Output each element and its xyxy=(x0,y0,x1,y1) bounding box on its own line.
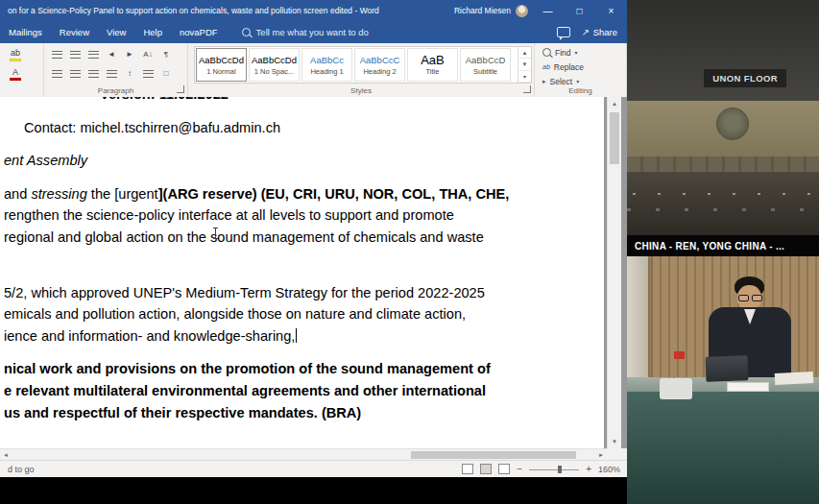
show-paragraph-marks-button[interactable]: ¶ xyxy=(157,46,175,62)
style-preview: AaBbCcDd xyxy=(252,54,297,66)
vertical-scroll-thumb[interactable] xyxy=(610,112,619,164)
styles-dialog-launcher[interactable] xyxy=(523,85,531,93)
document-line xyxy=(4,172,604,183)
tell-me-box[interactable]: Tell me what you want to do xyxy=(242,27,369,37)
numbering-button[interactable] xyxy=(66,46,84,62)
style-item[interactable]: AaBbCcDd1 No Spac... xyxy=(249,48,300,82)
scroll-up-icon[interactable]: ▲ xyxy=(608,97,621,110)
align-left-button[interactable] xyxy=(48,65,65,82)
select-dropdown-icon: ▾ xyxy=(576,78,579,84)
style-name: Title xyxy=(426,67,440,76)
speaker-view xyxy=(627,256,819,504)
video-feed: UNON FLOOR CHINA - REN, YONG CHINA - ... xyxy=(627,0,819,504)
user-account[interactable]: Richard Miesen xyxy=(454,5,528,17)
zoom-in-button[interactable]: + xyxy=(586,464,591,474)
align-right-icon xyxy=(88,70,99,78)
style-item[interactable]: AaBbCcHeading 1 xyxy=(301,48,352,82)
gallery-band xyxy=(627,156,819,172)
style-item[interactable]: AaBbCcDd1 Normal xyxy=(196,48,247,82)
ribbon-tabs-list: MailingsReviewViewHelpnovaPDF xyxy=(0,21,227,43)
align-center-icon xyxy=(70,70,81,78)
multilevel-list-icon xyxy=(88,51,99,59)
paragraph-dialog-launcher[interactable] xyxy=(177,85,184,93)
maximize-button[interactable]: □ xyxy=(564,0,595,21)
align-right-button[interactable] xyxy=(84,65,102,82)
style-name: Heading 1 xyxy=(310,67,343,76)
line-spacing-button[interactable]: ↕ xyxy=(121,65,138,82)
decrease-indent-button[interactable]: ◄ xyxy=(103,46,120,62)
horizontal-scroll-thumb[interactable] xyxy=(411,451,576,459)
tell-me-label: Tell me what you want to do xyxy=(256,27,369,37)
increase-indent-button[interactable]: ► xyxy=(121,46,138,62)
desk-white-object xyxy=(660,378,692,399)
align-center-button[interactable] xyxy=(66,65,84,82)
styles-scroll-down-icon[interactable]: ▼ xyxy=(518,59,531,70)
document-line: rengthen the science-policy interface at… xyxy=(4,204,604,227)
justify-button[interactable] xyxy=(103,65,120,82)
minimize-button[interactable]: — xyxy=(532,0,564,21)
document-page[interactable]: Version: 11.02.2022Contact: michel.tschi… xyxy=(0,97,604,448)
zoom-slider-thumb[interactable] xyxy=(558,466,562,473)
share-button[interactable]: ↗ Share xyxy=(582,27,617,37)
zoom-out-button[interactable]: − xyxy=(517,464,522,474)
tab-view[interactable]: View xyxy=(98,21,134,43)
document-line xyxy=(4,249,604,271)
document-line xyxy=(4,106,604,117)
status-bar: d to go − + 160% xyxy=(0,460,627,477)
highlight-color-bar xyxy=(10,59,21,61)
tab-help[interactable]: Help xyxy=(134,21,171,43)
style-preview: AaB xyxy=(421,54,445,66)
zoom-level[interactable]: 160% xyxy=(598,465,620,474)
find-button[interactable]: Find ▾ xyxy=(535,45,626,60)
comments-icon[interactable] xyxy=(557,27,570,37)
sort-button[interactable]: A↓ xyxy=(139,46,157,62)
find-dropdown-icon: ▾ xyxy=(575,49,578,56)
china-flag xyxy=(674,351,685,359)
styles-more-icon[interactable]: ▾ xyxy=(518,71,531,83)
style-preview: AaBbCc xyxy=(310,54,344,66)
document-line: 5/2, which approved UNEP's Medium-Term S… xyxy=(4,282,604,304)
styles-scroll-up-icon[interactable]: ▲ xyxy=(518,47,531,59)
vertical-scrollbar[interactable]: ▲ ▼ xyxy=(607,97,621,448)
print-layout-icon[interactable] xyxy=(480,464,492,474)
document-line: ience and information- and knowledge-sha… xyxy=(4,325,604,348)
styles-gallery: AaBbCcDd1 NormalAaBbCcDd1 No Spac...AaBb… xyxy=(195,47,518,83)
replace-button[interactable]: ab Replace xyxy=(535,60,626,74)
style-item[interactable]: AaBTitle xyxy=(407,48,458,82)
tab-mailings[interactable]: Mailings xyxy=(0,21,51,43)
multilevel-list-button[interactable] xyxy=(84,46,102,62)
read-mode-icon[interactable] xyxy=(462,464,473,474)
paragraph-row-2: ↕□ xyxy=(44,62,187,82)
insertion-caret xyxy=(296,328,297,343)
document-line: nical work and provisions on the promoti… xyxy=(4,358,604,380)
tab-novapdf[interactable]: novaPDF xyxy=(171,21,227,43)
paragraph-row-1: ◄►A↓¶ xyxy=(44,43,187,62)
styles-gallery-scroll: ▲ ▼ ▾ xyxy=(518,47,531,83)
borders-button[interactable]: □ xyxy=(157,65,175,82)
share-label: Share xyxy=(593,27,617,37)
delegates-floor xyxy=(627,172,819,235)
font-group-fragment: ab A xyxy=(0,43,44,97)
font-color-icon: A xyxy=(12,67,18,78)
scroll-right-icon[interactable]: ► xyxy=(595,449,607,460)
bullets-button[interactable] xyxy=(48,46,65,62)
document-line xyxy=(4,271,604,282)
document-line: e relevant multilateral environmental ag… xyxy=(4,380,604,402)
zoom-slider[interactable] xyxy=(529,465,579,474)
horizontal-scrollbar[interactable]: ◄ ► xyxy=(0,448,607,460)
shading-button[interactable] xyxy=(139,65,157,82)
close-button[interactable]: × xyxy=(595,0,627,21)
style-item[interactable]: AaBbCcCHeading 2 xyxy=(354,48,405,82)
scroll-down-icon[interactable]: ▼ xyxy=(608,435,621,448)
find-label: Find xyxy=(555,48,571,58)
style-name: 1 No Spac... xyxy=(254,67,294,76)
scroll-left-icon[interactable]: ◄ xyxy=(0,449,12,460)
styles-gallery-wrap: AaBbCcDd1 NormalAaBbCcDd1 No Spac...AaBb… xyxy=(194,46,532,84)
web-layout-icon[interactable] xyxy=(498,464,510,474)
highlight-color-button[interactable]: ab xyxy=(6,48,25,65)
paragraph-group: ◄►A↓¶ ↕□ Paragraph xyxy=(44,43,188,97)
style-item[interactable]: AaBbCcDSubtitle xyxy=(460,48,511,82)
font-color-button[interactable]: A xyxy=(6,67,25,84)
bullets-icon xyxy=(52,51,62,59)
tab-review[interactable]: Review xyxy=(51,21,98,43)
